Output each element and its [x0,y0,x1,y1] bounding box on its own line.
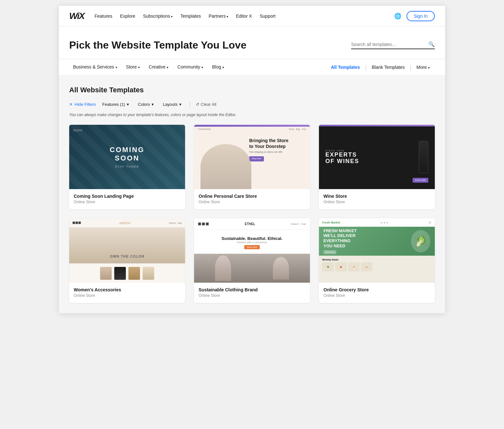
template-thumbnail: SINCE 1926 EXPERTSOF WINES EXPLORE [319,125,435,189]
hide-filters-button[interactable]: ✕ Hide Filters [69,102,96,107]
template-thumbnail: Fresh Market ⭘ ⭘ ⭘ 🛒 FRESH MARKETWE'LL D… [319,218,435,283]
hero-section: Pick the Website Template You Love 🔍 [59,26,445,59]
preview-badge: EXPLORE [413,178,428,183]
preview-image [194,254,310,283]
nav-templates[interactable]: Templates [180,14,201,19]
brand-logo[interactable]: WiX [69,11,84,21]
template-info: Online Grocery Store Online Store [319,283,435,303]
cat-creative[interactable]: Creative [145,59,172,76]
preview-accessories: ⬛⬛⬛ adeline Search · Bag OWN THE COLOR [69,218,185,283]
template-info: Online Personal Care Store Online Store [194,189,310,209]
product-item-4 [143,267,154,280]
layouts-filter-button[interactable]: Layouts ▾ [160,101,184,108]
preview-header: ⬛⬛⬛ adeline Search · Bag [69,221,185,225]
preview-wine: SINCE 1926 EXPERTSOF WINES EXPLORE [319,125,435,189]
template-info: Wine Store Online Store [319,189,435,209]
features-filter-button[interactable]: Features (1) ▾ [100,101,132,108]
hero-title: Pick the Website Template You Love [69,39,247,51]
figure-1 [215,255,231,281]
cat-all-templates[interactable]: All Templates [326,59,365,76]
template-name: Online Personal Care Store [199,194,305,199]
template-card-womens-accessories[interactable]: ⬛⬛⬛ adeline Search · Bag OWN THE COLOR [69,218,185,303]
template-name: Sustainable Clothing Brand [199,287,305,292]
preview-sub-text: STAY TUNED [115,165,139,168]
colors-filter-button[interactable]: Colors ▾ [135,101,157,108]
search-container: 🔍 [351,41,435,49]
preview-bottom [69,264,185,283]
product-item-3 [128,267,140,280]
template-grid: Skyline COMINGSOON STAY TUNED Coming Soo… [69,125,435,303]
search-input[interactable] [351,42,426,47]
category-left-nav: Business & Services Store Creative Commu… [69,59,326,76]
template-info: Coming Soon Landing Page Online Store [69,189,185,209]
cat-business-services[interactable]: Business & Services [69,59,121,76]
preview-button: Shop Now [244,245,260,249]
preview-logo: Skyline [73,129,82,132]
preview-content: Bringing the Storeto Your Doorstep Free … [249,138,305,161]
template-card-sustainable-clothing[interactable]: ⬛ ⬛ ⬛ ETHEL Search · Cart Sustainable. B… [194,218,310,303]
template-name: Wine Store [323,194,430,199]
preview-header: Fresh Market ⭘ ⭘ ⭘ 🛒 [319,218,435,227]
cat-community[interactable]: Community [173,59,207,76]
template-name: Coming Soon Landing Page [74,194,181,199]
product-item-2 [114,267,126,280]
template-card-grocery-store[interactable]: Fresh Market ⭘ ⭘ ⭘ 🛒 FRESH MARKETWE'LL D… [319,218,435,303]
chevron-down-icon: ▾ [179,102,182,107]
template-category: Online Store [323,293,430,298]
groc-item-1: 🥦 [322,262,334,271]
preview-text: SINCE 1926 EXPERTSOF WINES [325,150,359,165]
preview-nav: TheRealMall Shop · Bag · Cart [194,128,310,130]
template-card-personal-care[interactable]: TheRealMall Shop · Bag · Cart Bringing t… [194,125,310,209]
template-card-wine-store[interactable]: SINCE 1926 EXPERTSOF WINES EXPLORE Wine … [319,125,435,209]
clear-all-button[interactable]: ↺ Clear All [196,102,216,107]
product-item-1 [100,267,112,280]
nav-support[interactable]: Support [260,14,275,19]
preview-bottle [419,141,428,173]
filters-row: ✕ Hide Filters Features (1) ▾ Colors ▾ L… [69,101,435,108]
preview-tagline: Sustainable. Beautiful. Ethical. [221,236,282,241]
nav-subscriptions[interactable]: Subscriptions [143,14,173,19]
category-nav: Business & Services Store Creative Commu… [59,59,445,76]
template-category: Online Store [323,200,430,204]
cat-blog[interactable]: Blog [208,59,228,76]
template-info: Sustainable Clothing Brand Online Store [194,283,310,303]
nav-features[interactable]: Features [95,14,112,19]
navbar: WiX Features Explore Subscriptions Templ… [59,6,445,26]
preview-bottom: Weekly Deals 🥦 🍎 🥕 🧅 [319,256,435,274]
reset-icon: ↺ [196,102,199,107]
figure-2 [273,257,289,279]
groc-item-4: 🧅 [361,262,372,271]
template-card-coming-soon[interactable]: Skyline COMINGSOON STAY TUNED Coming Soo… [69,125,185,209]
filter-note: You can always make changes to your temp… [69,113,435,117]
nav-right: 🌐 Sign In [394,11,435,21]
preview-person [201,144,251,189]
preview-header: ⬛ ⬛ ⬛ ETHEL Search · Cart [194,218,310,230]
preview-bag: 🥬 [411,230,430,252]
preview-sustainable: ⬛ ⬛ ⬛ ETHEL Search · Cart Sustainable. B… [194,218,310,283]
nav-partners[interactable]: Partners [209,14,228,19]
template-thumbnail: ⬛ ⬛ ⬛ ETHEL Search · Cart Sustainable. B… [194,218,310,283]
section-title: All Website Templates [69,86,435,94]
template-name: Online Grocery Store [323,287,430,292]
nav-editorx[interactable]: Editor X [236,14,252,19]
cat-more[interactable]: More [411,59,435,76]
cat-blank-templates[interactable]: Blank Templates [367,59,410,76]
preview-grocery: Fresh Market ⭘ ⭘ ⭘ 🛒 FRESH MARKETWE'LL D… [319,218,435,283]
preview-hero: Sustainable. Beautiful. Ethical. Fashion… [194,230,310,256]
groc-item-3: 🥕 [348,262,359,271]
cat-store[interactable]: Store [122,59,144,76]
template-thumbnail: ⬛⬛⬛ adeline Search · Bag OWN THE COLOR [69,218,185,283]
preview-items: 🥦 🍎 🥕 🧅 [322,262,432,271]
template-name: Women's Accessories [74,287,181,292]
preview-coming-soon: Skyline COMINGSOON STAY TUNED [69,125,185,189]
template-category: Online Store [74,293,181,298]
nav-explore[interactable]: Explore [120,14,135,19]
sign-in-button[interactable]: Sign In [406,11,435,21]
globe-icon[interactable]: 🌐 [394,13,401,20]
template-info: Women's Accessories Online Store [69,283,185,303]
preview-hero: OWN THE COLOR [69,227,185,263]
preview-tagline-sub: Fashion with a conscience [237,241,267,244]
template-category: Online Store [199,200,305,204]
chevron-down-icon: ▾ [152,102,154,107]
search-icon[interactable]: 🔍 [428,41,435,47]
